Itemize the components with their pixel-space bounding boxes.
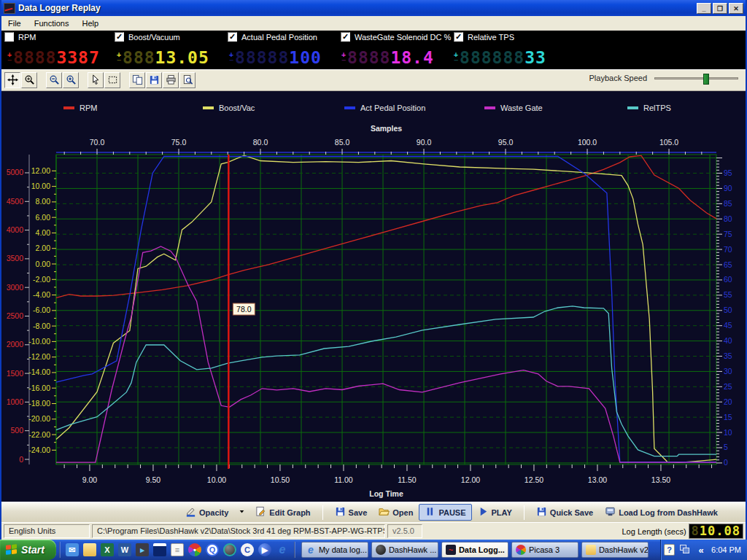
print-preview-button[interactable] xyxy=(179,72,196,88)
pan-button[interactable] xyxy=(4,72,20,88)
quicklaunch-browser-sphere-icon[interactable] xyxy=(223,543,236,556)
task-button[interactable]: DashHawk ... xyxy=(371,542,438,558)
legend-swatch-icon xyxy=(484,106,495,109)
svg-text:4000: 4000 xyxy=(7,225,24,234)
zoom-in-button[interactable] xyxy=(63,72,79,88)
opacity-button[interactable]: Opacity xyxy=(179,504,234,521)
svg-text:30: 30 xyxy=(724,367,732,376)
channel-checkbox[interactable]: ✓ xyxy=(454,32,463,42)
channel-label: RPM xyxy=(18,33,36,42)
task-label: My data log... xyxy=(319,545,367,554)
svg-text:2.00: 2.00 xyxy=(36,244,51,252)
legend-item-4: Waste Gate xyxy=(484,104,543,112)
quicklaunch-word-icon[interactable]: W xyxy=(118,543,131,556)
quicklaunch-quicktime-icon[interactable]: Q xyxy=(206,543,219,556)
print-button[interactable] xyxy=(163,72,179,88)
legend-item-1: RPM xyxy=(63,104,97,112)
menu-file[interactable]: File xyxy=(1,18,28,29)
quicklaunch-command-window-icon[interactable] xyxy=(153,543,166,556)
units-status: English Units xyxy=(4,524,90,538)
svg-text:3500: 3500 xyxy=(7,254,24,262)
task-button[interactable]: Picasa 3 xyxy=(511,542,578,558)
legend-label: Boost/Vac xyxy=(219,104,255,112)
quicklaunch-internet-explorer-icon[interactable]: e xyxy=(276,543,289,556)
close-button[interactable]: ✕ xyxy=(729,3,743,14)
playback-speed-thumb[interactable] xyxy=(703,74,709,85)
quicklaunch-outlook-express-icon[interactable]: ✉ xyxy=(66,543,79,556)
tray-help-icon[interactable]: ? xyxy=(664,544,675,556)
channel-checkbox[interactable] xyxy=(4,32,14,42)
svg-text:65: 65 xyxy=(724,260,732,269)
copy-button[interactable] xyxy=(129,72,145,88)
led-sign-indicator: +− xyxy=(341,52,346,63)
task-app-icon: ~ xyxy=(446,545,456,555)
minimize-button[interactable]: _ xyxy=(697,3,711,14)
svg-text:85: 85 xyxy=(724,199,732,208)
floppy-icon xyxy=(335,506,346,518)
chart-area[interactable]: Samples70.075.080.085.090.095.0100.0105.… xyxy=(1,91,746,502)
task-button[interactable]: DashHawk v2 xyxy=(581,542,649,558)
channel-toggle-3: ✓Actual Pedal Position xyxy=(228,32,317,42)
svg-text:105.0: 105.0 xyxy=(659,138,678,147)
zoom-out-button[interactable] xyxy=(46,72,62,88)
play-button[interactable]: PLAY xyxy=(472,504,518,521)
channel-checkbox[interactable]: ✓ xyxy=(115,32,124,42)
menu-help[interactable]: Help xyxy=(75,18,105,29)
task-button[interactable]: eMy data log... xyxy=(301,542,368,558)
tray-chevron-button[interactable]: « xyxy=(695,544,707,556)
edit-graph-button[interactable]: Edit Graph xyxy=(249,504,316,521)
tray-display-icon[interactable] xyxy=(679,544,691,556)
quicklaunch-media-player-icon[interactable]: ▸ xyxy=(136,543,149,556)
led-display-5: +−88888833 xyxy=(454,47,546,68)
open-button[interactable]: Open xyxy=(373,504,419,521)
svg-text:100.0: 100.0 xyxy=(578,138,597,147)
quicklaunch-picasa-icon[interactable]: • xyxy=(188,543,201,556)
maximize-button[interactable]: ❐ xyxy=(713,3,727,14)
title-bar[interactable]: Data Logger Replay _ ❐ ✕ xyxy=(1,0,746,16)
pointer-button[interactable] xyxy=(88,72,104,88)
pause-button[interactable]: PAUSE xyxy=(419,504,471,521)
svg-text:10.00: 10.00 xyxy=(31,182,50,190)
start-button[interactable]: Start xyxy=(0,540,56,560)
quicklaunch-notepad-icon[interactable]: ≡ xyxy=(171,543,184,556)
task-dash-icon xyxy=(376,545,386,555)
svg-text:55: 55 xyxy=(724,290,732,299)
task-folder-icon xyxy=(586,545,596,555)
save-chart-button[interactable] xyxy=(146,72,162,88)
svg-text:2500: 2500 xyxy=(7,311,24,320)
led-value: 88883387 xyxy=(13,48,100,67)
load-log-button[interactable]: Load Log from DashHawk xyxy=(599,504,724,521)
led-display-3: +−88888100 xyxy=(229,47,322,68)
button-label: Open xyxy=(392,508,413,517)
save-button[interactable]: Save xyxy=(329,504,374,521)
quicklaunch-media-sphere-icon[interactable]: ▶ xyxy=(258,543,271,556)
opacity-dd-button[interactable] xyxy=(234,504,249,521)
legend-swatch-icon xyxy=(203,106,214,109)
task-label: Picasa 3 xyxy=(529,545,560,554)
channel-checkbox[interactable]: ✓ xyxy=(228,32,237,42)
playback-speed-slider[interactable] xyxy=(654,77,738,79)
led-display-4: +−888818.4 xyxy=(341,47,434,68)
legend-swatch-icon xyxy=(344,106,355,109)
svg-text:-16.00: -16.00 xyxy=(28,384,50,392)
legend-item-3: Act Pedal Position xyxy=(344,104,425,112)
menu-functions[interactable]: Functions xyxy=(28,18,76,29)
channel-checkbox[interactable]: ✓ xyxy=(341,32,350,42)
quicklaunch-corel-icon[interactable]: C xyxy=(241,543,254,556)
legend-item-5: RelTPS xyxy=(627,104,671,112)
quicklaunch-excel-icon[interactable]: X xyxy=(101,543,114,556)
channel-toggle-2: ✓Boost/Vacuum xyxy=(115,32,180,42)
select-region-button[interactable] xyxy=(104,72,120,88)
task-button[interactable]: ~Data Logg... xyxy=(441,542,508,558)
led-sign-indicator: +− xyxy=(117,52,121,63)
task-ie-icon: e xyxy=(306,545,316,555)
quicklaunch-my-documents-icon[interactable] xyxy=(83,543,96,556)
quick-save-button[interactable]: Quick Save xyxy=(530,504,599,521)
svg-text:60: 60 xyxy=(724,275,732,284)
zoom-dynamic-button[interactable] xyxy=(21,72,37,88)
svg-text:95: 95 xyxy=(724,168,732,177)
svg-text:9.00: 9.00 xyxy=(82,475,98,484)
data-logger-chart[interactable]: Samples70.075.080.085.090.095.0100.0105.… xyxy=(1,91,747,502)
transport-separator xyxy=(322,505,323,520)
task-label: DashHawk ... xyxy=(389,545,436,554)
